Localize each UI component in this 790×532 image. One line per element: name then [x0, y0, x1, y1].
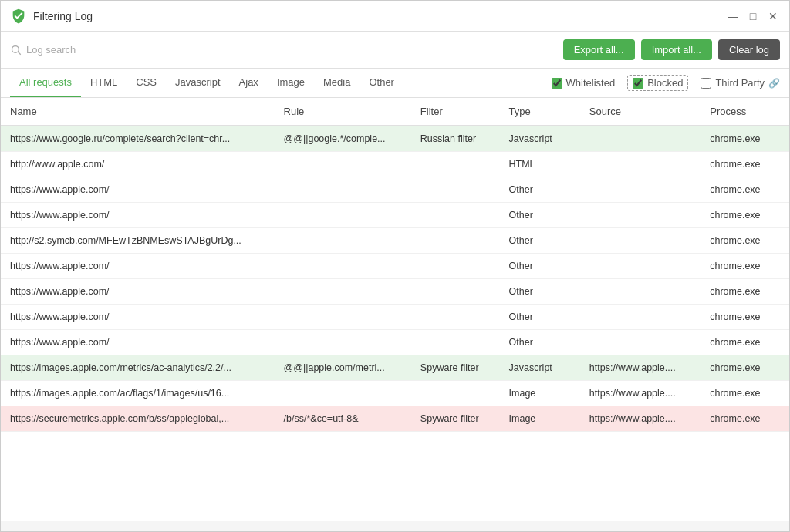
cell-name: https://www.apple.com/ — [1, 254, 275, 279]
filter-tab-ajax[interactable]: Ajax — [230, 69, 268, 97]
filter-tab-other[interactable]: Other — [360, 69, 403, 97]
cell-filter: Russian filter — [411, 126, 500, 152]
cell-process: chrome.exe — [701, 254, 789, 279]
cell-source — [580, 279, 701, 305]
link-icon: 🔗 — [768, 78, 780, 89]
cell-rule — [275, 381, 411, 406]
col-header-process: Process — [701, 98, 789, 126]
table-row[interactable]: https://images.apple.com/metrics/ac-anal… — [1, 355, 789, 381]
cell-type: Other — [500, 203, 580, 228]
title-bar-controls: — □ ✕ — [726, 9, 780, 23]
close-button[interactable]: ✕ — [766, 9, 780, 23]
cell-name: https://www.apple.com/ — [1, 330, 275, 355]
cell-filter — [411, 305, 500, 330]
cell-name: https://www.google.ru/complete/search?cl… — [1, 126, 275, 152]
table-row[interactable]: https://www.apple.com/Otherchrome.exe — [1, 254, 789, 279]
cell-rule: @@||google.*/comple... — [275, 126, 411, 152]
cell-process: chrome.exe — [701, 330, 789, 355]
col-header-name: Name — [1, 98, 275, 126]
table-row[interactable]: https://www.apple.com/Otherchrome.exe — [1, 177, 789, 203]
cell-type: Javascript — [500, 126, 580, 152]
cell-process: chrome.exe — [701, 381, 789, 406]
cell-process: chrome.exe — [701, 177, 789, 203]
cell-process: chrome.exe — [701, 152, 789, 177]
cell-type: Other — [500, 279, 580, 305]
maximize-button[interactable]: □ — [746, 9, 760, 23]
log-table: NameRuleFilterTypeSourceProcess https://… — [1, 98, 789, 432]
cell-rule — [275, 152, 411, 177]
cell-type: HTML — [500, 152, 580, 177]
whitelisted-check[interactable]: Whitelisted — [552, 77, 616, 89]
table-row[interactable]: https://www.apple.com/Otherchrome.exe — [1, 203, 789, 228]
cell-filter — [411, 177, 500, 203]
filter-tab-html[interactable]: HTML — [81, 69, 127, 97]
cell-process: chrome.exe — [701, 279, 789, 305]
cell-process: chrome.exe — [701, 355, 789, 381]
filter-tabs: All requestsHTMLCSSJavascriptAjaxImageMe… — [10, 69, 403, 97]
cell-source — [580, 152, 701, 177]
table-header: NameRuleFilterTypeSourceProcess — [1, 98, 789, 126]
title-bar-left: Filtering Log — [10, 8, 93, 25]
cell-rule — [275, 228, 411, 254]
filter-tab-javascript[interactable]: Javascript — [166, 69, 230, 97]
cell-source: https://www.apple.... — [580, 381, 701, 406]
table-row[interactable]: https://www.apple.com/Otherchrome.exe — [1, 305, 789, 330]
table-row[interactable]: https://www.apple.com/Otherchrome.exe — [1, 279, 789, 305]
cell-name: https://www.apple.com/ — [1, 203, 275, 228]
blocked-wrapper: Blocked — [627, 75, 688, 91]
cell-rule — [275, 203, 411, 228]
whitelisted-checkbox[interactable] — [552, 78, 562, 89]
cell-rule — [275, 279, 411, 305]
cell-process: chrome.exe — [701, 203, 789, 228]
cell-source: https://www.apple.... — [580, 406, 701, 432]
col-header-source: Source — [580, 98, 701, 126]
svg-line-1 — [18, 52, 20, 54]
import-button[interactable]: Import all... — [641, 39, 712, 60]
cell-rule — [275, 254, 411, 279]
cell-filter — [411, 330, 500, 355]
toolbar: Export all... Import all... Clear log — [1, 32, 789, 69]
cell-rule: @@||apple.com/metri... — [275, 355, 411, 381]
cell-process: chrome.exe — [701, 228, 789, 254]
table-row[interactable]: https://images.apple.com/ac/flags/1/imag… — [1, 381, 789, 406]
filter-tab-media[interactable]: Media — [314, 69, 360, 97]
blocked-check[interactable]: Blocked — [633, 77, 683, 89]
cell-type: Other — [500, 228, 580, 254]
svg-point-0 — [12, 46, 19, 53]
cell-type: Image — [500, 381, 580, 406]
cell-filter: Spyware filter — [411, 355, 500, 381]
cell-source — [580, 203, 701, 228]
search-input[interactable] — [26, 44, 557, 56]
cell-source — [580, 177, 701, 203]
cell-rule — [275, 177, 411, 203]
export-button[interactable]: Export all... — [563, 39, 635, 60]
cell-source — [580, 228, 701, 254]
filter-tab-image[interactable]: Image — [268, 69, 314, 97]
search-icon — [10, 44, 22, 56]
app-title: Filtering Log — [33, 10, 93, 22]
third-party-check[interactable]: Third Party 🔗 — [701, 77, 780, 89]
cell-process: chrome.exe — [701, 305, 789, 330]
search-container — [10, 44, 557, 56]
minimize-button[interactable]: — — [726, 9, 740, 23]
blocked-checkbox[interactable] — [633, 78, 643, 89]
third-party-checkbox[interactable] — [701, 78, 711, 89]
table-row[interactable]: https://securemetrics.apple.com/b/ss/app… — [1, 406, 789, 432]
filter-checks: Whitelisted Blocked Third Party 🔗 — [552, 75, 780, 91]
table-row[interactable]: http://www.apple.com/HTMLchrome.exe — [1, 152, 789, 177]
cell-process: chrome.exe — [701, 406, 789, 432]
cell-type: Other — [500, 254, 580, 279]
table-row[interactable]: http://s2.symcb.com/MFEwTzBNMEswSTAJBgUr… — [1, 228, 789, 254]
cell-type: Javascript — [500, 355, 580, 381]
cell-filter — [411, 228, 500, 254]
cell-name: http://s2.symcb.com/MFEwTzBNMEswSTAJBgUr… — [1, 228, 275, 254]
table-row[interactable]: https://www.google.ru/complete/search?cl… — [1, 126, 789, 152]
col-header-type: Type — [500, 98, 580, 126]
cell-name: https://www.apple.com/ — [1, 305, 275, 330]
table-row[interactable]: https://www.apple.com/Otherchrome.exe — [1, 330, 789, 355]
cell-source — [580, 126, 701, 152]
clear-log-button[interactable]: Clear log — [718, 39, 780, 60]
cell-name: https://www.apple.com/ — [1, 279, 275, 305]
filter-tab-all[interactable]: All requests — [10, 69, 81, 97]
filter-tab-css[interactable]: CSS — [127, 69, 166, 97]
